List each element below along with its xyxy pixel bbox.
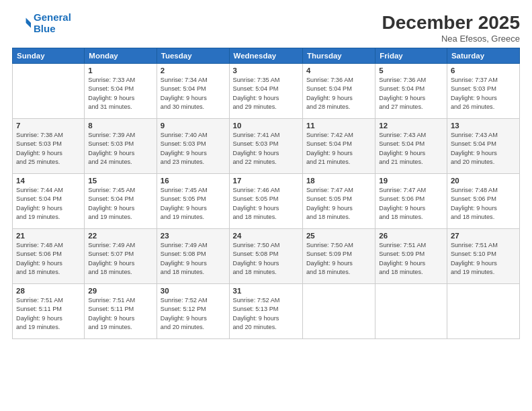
calendar-cell: 13Sunrise: 7:43 AM Sunset: 5:04 PM Dayli…	[447, 119, 519, 174]
calendar-cell: 10Sunrise: 7:41 AM Sunset: 5:03 PM Dayli…	[229, 119, 302, 174]
day-info: Sunrise: 7:52 AM Sunset: 5:12 PM Dayligh…	[161, 296, 226, 332]
day-number: 5	[379, 66, 443, 75]
day-info: Sunrise: 7:33 AM Sunset: 5:04 PM Dayligh…	[88, 76, 152, 111]
calendar-week-row: 7Sunrise: 7:38 AM Sunset: 5:03 PM Daylig…	[13, 119, 520, 174]
day-number: 26	[379, 232, 443, 240]
day-info: Sunrise: 7:43 AM Sunset: 5:04 PM Dayligh…	[451, 131, 516, 167]
day-number: 25	[306, 232, 371, 240]
calendar-week-row: 1Sunrise: 7:33 AM Sunset: 5:04 PM Daylig…	[13, 64, 520, 119]
day-number: 17	[233, 177, 299, 185]
day-info: Sunrise: 7:35 AM Sunset: 5:04 PM Dayligh…	[233, 76, 299, 111]
calendar-cell	[302, 284, 375, 339]
day-info: Sunrise: 7:51 AM Sunset: 5:10 PM Dayligh…	[451, 241, 516, 277]
calendar-week-row: 21Sunrise: 7:48 AM Sunset: 5:06 PM Dayli…	[13, 229, 520, 284]
logo-icon	[12, 14, 31, 33]
calendar-cell	[13, 64, 85, 119]
month-title: December 2025	[382, 12, 520, 34]
day-info: Sunrise: 7:52 AM Sunset: 5:13 PM Dayligh…	[233, 296, 299, 332]
day-number: 8	[88, 122, 152, 130]
calendar-cell: 6Sunrise: 7:37 AM Sunset: 5:03 PM Daylig…	[447, 64, 519, 119]
calendar-cell: 25Sunrise: 7:50 AM Sunset: 5:09 PM Dayli…	[302, 229, 375, 284]
calendar-cell: 12Sunrise: 7:43 AM Sunset: 5:04 PM Dayli…	[375, 119, 447, 174]
day-number: 22	[88, 232, 152, 240]
day-info: Sunrise: 7:38 AM Sunset: 5:03 PM Dayligh…	[16, 131, 81, 167]
calendar-header-thursday: Thursday	[302, 48, 375, 64]
calendar-header-wednesday: Wednesday	[229, 48, 302, 64]
calendar-header-row: SundayMondayTuesdayWednesdayThursdayFrid…	[13, 48, 520, 64]
day-number: 6	[451, 66, 516, 75]
day-number: 4	[306, 66, 371, 75]
calendar-cell: 3Sunrise: 7:35 AM Sunset: 5:04 PM Daylig…	[229, 64, 302, 119]
day-info: Sunrise: 7:50 AM Sunset: 5:08 PM Dayligh…	[233, 241, 299, 277]
calendar-table: SundayMondayTuesdayWednesdayThursdayFrid…	[12, 48, 520, 339]
calendar-cell: 19Sunrise: 7:47 AM Sunset: 5:06 PM Dayli…	[375, 174, 447, 229]
day-number: 31	[233, 287, 299, 295]
calendar-cell: 26Sunrise: 7:51 AM Sunset: 5:09 PM Dayli…	[375, 229, 447, 284]
calendar-header-saturday: Saturday	[447, 48, 519, 64]
calendar-cell: 1Sunrise: 7:33 AM Sunset: 5:04 PM Daylig…	[85, 64, 157, 119]
calendar-cell: 4Sunrise: 7:36 AM Sunset: 5:04 PM Daylig…	[302, 64, 375, 119]
day-number: 28	[16, 287, 81, 295]
day-info: Sunrise: 7:40 AM Sunset: 5:03 PM Dayligh…	[161, 131, 226, 167]
calendar-cell: 8Sunrise: 7:39 AM Sunset: 5:03 PM Daylig…	[85, 119, 157, 174]
day-info: Sunrise: 7:44 AM Sunset: 5:04 PM Dayligh…	[16, 186, 81, 222]
calendar-cell: 30Sunrise: 7:52 AM Sunset: 5:12 PM Dayli…	[157, 284, 229, 339]
calendar-cell: 27Sunrise: 7:51 AM Sunset: 5:10 PM Dayli…	[447, 229, 519, 284]
day-number: 1	[88, 66, 152, 75]
header: General Blue December 2025 Nea Efesos, G…	[12, 12, 520, 44]
calendar-cell: 23Sunrise: 7:49 AM Sunset: 5:08 PM Dayli…	[157, 229, 229, 284]
day-info: Sunrise: 7:47 AM Sunset: 5:06 PM Dayligh…	[379, 186, 443, 222]
calendar-cell: 16Sunrise: 7:45 AM Sunset: 5:05 PM Dayli…	[157, 174, 229, 229]
calendar-cell: 28Sunrise: 7:51 AM Sunset: 5:11 PM Dayli…	[13, 284, 85, 339]
day-info: Sunrise: 7:48 AM Sunset: 5:06 PM Dayligh…	[451, 186, 516, 222]
logo-line1: General	[34, 11, 71, 23]
day-info: Sunrise: 7:51 AM Sunset: 5:11 PM Dayligh…	[88, 296, 152, 332]
day-number: 13	[451, 122, 516, 130]
day-number: 19	[379, 177, 443, 185]
location: Nea Efesos, Greece	[382, 34, 520, 44]
calendar-cell: 29Sunrise: 7:51 AM Sunset: 5:11 PM Dayli…	[85, 284, 157, 339]
day-info: Sunrise: 7:48 AM Sunset: 5:06 PM Dayligh…	[16, 241, 81, 277]
calendar-cell: 22Sunrise: 7:49 AM Sunset: 5:07 PM Dayli…	[85, 229, 157, 284]
logo-line2: Blue	[34, 23, 56, 34]
calendar-cell: 31Sunrise: 7:52 AM Sunset: 5:13 PM Dayli…	[229, 284, 302, 339]
calendar-cell	[375, 284, 447, 339]
calendar-cell: 24Sunrise: 7:50 AM Sunset: 5:08 PM Dayli…	[229, 229, 302, 284]
day-info: Sunrise: 7:34 AM Sunset: 5:04 PM Dayligh…	[161, 76, 226, 111]
day-info: Sunrise: 7:49 AM Sunset: 5:08 PM Dayligh…	[161, 241, 226, 277]
calendar-cell: 5Sunrise: 7:36 AM Sunset: 5:04 PM Daylig…	[375, 64, 447, 119]
day-number: 15	[88, 177, 152, 185]
calendar-cell: 17Sunrise: 7:46 AM Sunset: 5:05 PM Dayli…	[229, 174, 302, 229]
day-number: 30	[161, 287, 226, 295]
day-number: 24	[233, 232, 299, 240]
day-info: Sunrise: 7:37 AM Sunset: 5:03 PM Dayligh…	[451, 76, 516, 111]
day-info: Sunrise: 7:36 AM Sunset: 5:04 PM Dayligh…	[379, 76, 443, 111]
calendar-header-tuesday: Tuesday	[157, 48, 229, 64]
calendar-cell: 2Sunrise: 7:34 AM Sunset: 5:04 PM Daylig…	[157, 64, 229, 119]
calendar-header-friday: Friday	[375, 48, 447, 64]
calendar-cell	[447, 284, 519, 339]
page: General Blue December 2025 Nea Efesos, G…	[0, 0, 532, 411]
calendar-header-sunday: Sunday	[13, 48, 85, 64]
day-info: Sunrise: 7:36 AM Sunset: 5:04 PM Dayligh…	[306, 76, 371, 111]
day-info: Sunrise: 7:51 AM Sunset: 5:11 PM Dayligh…	[16, 296, 81, 332]
day-number: 11	[306, 122, 371, 130]
day-number: 29	[88, 287, 152, 295]
day-number: 10	[233, 122, 299, 130]
day-number: 20	[451, 177, 516, 185]
day-info: Sunrise: 7:45 AM Sunset: 5:04 PM Dayligh…	[88, 186, 152, 222]
day-info: Sunrise: 7:43 AM Sunset: 5:04 PM Dayligh…	[379, 131, 443, 167]
day-number: 14	[16, 177, 81, 185]
day-info: Sunrise: 7:47 AM Sunset: 5:05 PM Dayligh…	[306, 186, 371, 222]
day-number: 12	[379, 122, 443, 130]
title-block: December 2025 Nea Efesos, Greece	[382, 12, 520, 44]
calendar-cell: 14Sunrise: 7:44 AM Sunset: 5:04 PM Dayli…	[13, 174, 85, 229]
day-number: 27	[451, 232, 516, 240]
day-info: Sunrise: 7:50 AM Sunset: 5:09 PM Dayligh…	[306, 241, 371, 277]
day-info: Sunrise: 7:46 AM Sunset: 5:05 PM Dayligh…	[233, 186, 299, 222]
day-number: 23	[161, 232, 226, 240]
calendar-cell: 9Sunrise: 7:40 AM Sunset: 5:03 PM Daylig…	[157, 119, 229, 174]
day-number: 2	[161, 66, 226, 75]
calendar-header-monday: Monday	[85, 48, 157, 64]
day-number: 7	[16, 122, 81, 130]
